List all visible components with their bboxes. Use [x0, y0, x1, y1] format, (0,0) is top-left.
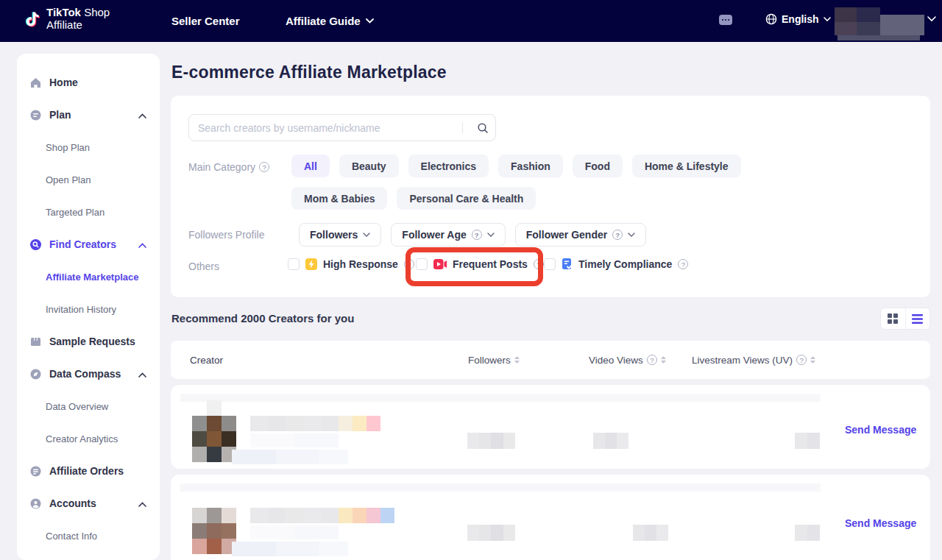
column-livestream-views[interactable]: Livestream Views (UV) ?	[692, 341, 815, 379]
send-message-button[interactable]: Send Message	[845, 517, 916, 529]
timely-compliance-option[interactable]: Timely Compliance ?	[544, 258, 688, 270]
chevron-up-icon	[138, 108, 146, 121]
column-creator: Creator	[190, 341, 223, 379]
chevron-down-icon	[487, 233, 495, 237]
sidebar-item-invitation-history[interactable]: Invitation History	[17, 293, 160, 325]
sidebar-item-sample-requests[interactable]: Sample Requests	[17, 325, 160, 358]
sort-icon[interactable]	[514, 356, 520, 364]
category-chip-electronics[interactable]: Electronics	[408, 155, 489, 177]
sidebar-item-data-overview[interactable]: Data Overview	[17, 390, 160, 422]
blurred-creator-name	[250, 416, 380, 431]
category-chip-personal-care-health[interactable]: Personal Care & Health	[397, 187, 536, 210]
sidebar-item-contact-info[interactable]: Contact Info	[17, 520, 160, 552]
document-check-icon	[562, 258, 573, 270]
followers-profile-label: Followers Profile	[188, 229, 264, 241]
sidebar-item-open-plan[interactable]: Open Plan	[17, 163, 160, 196]
blurred-creator-tags	[232, 542, 348, 556]
high-response-option[interactable]: High Response ?	[288, 258, 414, 270]
follower-age-dropdown[interactable]: Follower Age ?	[391, 223, 505, 247]
chevron-down-icon	[366, 18, 374, 24]
video-camera-icon	[433, 259, 447, 269]
nav-seller-center[interactable]: Seller Center	[171, 15, 240, 27]
send-message-button[interactable]: Send Message	[845, 424, 916, 436]
blurred-creator-name	[250, 508, 394, 523]
category-chip-home-lifestyle[interactable]: Home & Lifestyle	[632, 155, 741, 177]
category-chip-food[interactable]: Food	[573, 155, 623, 177]
sort-icon[interactable]	[810, 356, 815, 364]
globe-icon	[765, 13, 777, 25]
app-root: TikTok Shop Affiliate Seller Center Affi…	[0, 0, 942, 560]
sidebar-item-data-compass[interactable]: Data Compass	[17, 358, 160, 390]
sidebar-item-affiliate-marketplace[interactable]: Affiliate Marketplace	[17, 260, 160, 293]
tiktok-shop-affiliate-logo[interactable]: TikTok Shop Affiliate	[24, 7, 110, 31]
blurred-banner	[180, 483, 821, 492]
chevron-up-icon	[138, 238, 146, 251]
chevron-down-icon	[363, 233, 370, 237]
high-response-checkbox[interactable]	[288, 258, 300, 270]
page-title: E-commerce Affiliate Marketplace	[171, 63, 447, 82]
blurred-creator-subtext	[250, 525, 339, 539]
nav-affiliate-guide[interactable]: Affiliate Guide	[286, 15, 374, 27]
help-icon: ?	[404, 259, 414, 269]
creators-table-header: Creator Followers Video Views ? Livestre…	[171, 341, 930, 379]
sidebar-item-affiliate-orders[interactable]: Affiliate Orders	[17, 455, 160, 487]
package-icon	[29, 336, 42, 348]
sidebar-item-targeted-plan[interactable]: Targeted Plan	[17, 196, 160, 228]
language-selector[interactable]: English	[765, 13, 831, 25]
blurred-livestream-views-value	[795, 525, 820, 541]
chevron-down-icon	[824, 17, 831, 21]
logo-wordmark: TikTok Shop Affiliate	[46, 7, 110, 31]
category-chip-mom-babies[interactable]: Mom & Babies	[291, 187, 387, 210]
help-icon: ?	[647, 355, 657, 365]
frequent-posts-option[interactable]: Frequent Posts ?	[416, 258, 544, 270]
view-toggle	[880, 308, 930, 330]
follower-gender-dropdown[interactable]: Follower Gender ?	[515, 223, 646, 247]
sidebar-item-plan[interactable]: Plan	[17, 99, 160, 131]
help-icon: ?	[796, 355, 807, 365]
chevron-down-icon	[927, 16, 936, 22]
lightning-icon	[305, 258, 317, 270]
others-label: Others	[188, 260, 219, 272]
search-input[interactable]	[189, 122, 462, 134]
blurred-followers-value	[467, 525, 515, 541]
frequent-posts-checkbox[interactable]	[416, 258, 428, 270]
help-icon[interactable]: ?	[259, 162, 269, 172]
sidebar-item-shop-plan[interactable]: Shop Plan	[17, 131, 160, 163]
search-badge-icon	[29, 238, 42, 251]
search-icon[interactable]	[470, 115, 495, 141]
creator-row[interactable]: Send Message	[171, 475, 930, 560]
blurred-video-views-value	[633, 525, 668, 541]
main-category-label: Main Category ?	[188, 161, 269, 173]
sort-icon[interactable]	[661, 356, 666, 364]
column-video-views[interactable]: Video Views ?	[589, 341, 666, 379]
category-chip-beauty[interactable]: Beauty	[339, 155, 399, 177]
blurred-avatar	[192, 508, 236, 554]
divider	[462, 122, 463, 133]
blurred-avatar	[192, 416, 236, 462]
sidebar-item-creator-analytics[interactable]: Creator Analytics	[17, 422, 160, 455]
compass-icon	[29, 368, 42, 380]
chevron-up-icon	[138, 497, 146, 510]
plan-icon	[29, 109, 42, 121]
sidebar-item-accounts[interactable]: Accounts	[17, 487, 160, 520]
column-followers[interactable]: Followers	[468, 341, 520, 379]
chevron-down-icon	[628, 233, 635, 237]
filters-panel: Main Category ? All Beauty Electronics F…	[171, 96, 930, 297]
list-icon	[912, 314, 923, 324]
grid-view-button[interactable]	[881, 308, 906, 329]
chevron-up-icon	[138, 367, 146, 380]
timely-compliance-checkbox[interactable]	[544, 258, 556, 270]
messages-icon[interactable]	[719, 15, 732, 25]
account-menu-blurred[interactable]	[835, 6, 926, 37]
category-chip-all[interactable]: All	[291, 155, 330, 177]
sidebar-item-find-creators[interactable]: Find Creators	[17, 228, 160, 260]
help-icon: ?	[678, 259, 688, 269]
list-view-button[interactable]	[906, 308, 930, 329]
creator-row[interactable]: Send Message	[171, 385, 930, 469]
followers-dropdown[interactable]: Followers	[299, 223, 381, 247]
category-chip-fashion[interactable]: Fashion	[498, 155, 563, 177]
blurred-livestream-views-value	[795, 433, 820, 449]
blurred-decor	[207, 400, 222, 416]
top-navbar: TikTok Shop Affiliate Seller Center Affi…	[0, 0, 942, 42]
sidebar-item-home[interactable]: Home	[17, 66, 160, 99]
